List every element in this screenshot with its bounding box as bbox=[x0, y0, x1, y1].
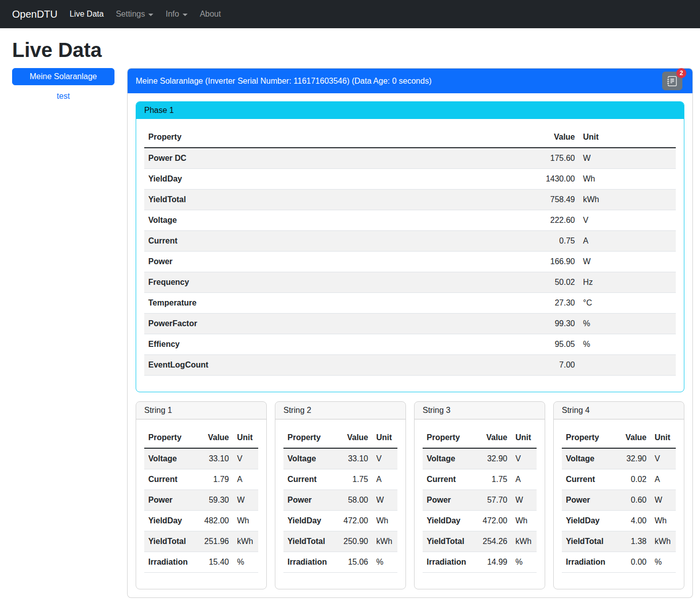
unit-cell: % bbox=[233, 552, 258, 573]
value-cell: 15.40 bbox=[197, 552, 233, 573]
column-header-property: Property bbox=[144, 428, 197, 448]
value-cell: 1.79 bbox=[197, 469, 233, 490]
value-cell: 472.00 bbox=[475, 511, 511, 531]
string-title: String 3 bbox=[415, 402, 545, 419]
unit-cell: Wh bbox=[511, 511, 537, 531]
property-cell: Irradiation bbox=[283, 552, 336, 573]
property-cell: YieldTotal bbox=[423, 531, 475, 552]
table-row: Power58.00W bbox=[283, 490, 397, 511]
string-card-body: PropertyValueUnitVoltage33.10VCurrent1.7… bbox=[275, 419, 405, 589]
table-row: Power59.30W bbox=[144, 490, 258, 511]
column-header-value: Value bbox=[197, 428, 233, 448]
table-row: Voltage222.60V bbox=[144, 210, 676, 231]
inverter-card-title: Meine Solaranlage (Inverter Serial Numbe… bbox=[136, 77, 432, 86]
eventlog-count-badge: 2 bbox=[676, 68, 686, 78]
property-cell: Irradiation bbox=[144, 552, 197, 573]
property-cell: Power bbox=[144, 252, 522, 272]
table-row: YieldDay472.00Wh bbox=[423, 511, 537, 531]
string-title: String 2 bbox=[275, 402, 405, 419]
column-header-property: Property bbox=[562, 428, 614, 448]
table-row: YieldTotal1.38kWh bbox=[562, 531, 676, 552]
unit-cell: A bbox=[372, 469, 397, 490]
nav-item-about-label: About bbox=[200, 10, 221, 19]
property-cell: Irradiation bbox=[562, 552, 614, 573]
table-row: Voltage33.10V bbox=[283, 448, 397, 469]
column-header-value: Value bbox=[475, 428, 511, 448]
property-cell: Voltage bbox=[423, 448, 475, 469]
value-cell: 482.00 bbox=[197, 511, 233, 531]
column-header-property: Property bbox=[423, 428, 475, 448]
property-cell: YieldTotal bbox=[562, 531, 614, 552]
string-table: PropertyValueUnitVoltage32.90VCurrent1.7… bbox=[423, 428, 537, 573]
column-header-unit: Unit bbox=[651, 428, 676, 448]
string-card-1: String 1PropertyValueUnitVoltage33.10VCu… bbox=[136, 401, 267, 589]
table-row: Irradiation0.00% bbox=[562, 552, 676, 573]
table-row: EventLogCount7.00 bbox=[144, 355, 676, 376]
inverter-sidebar: Meine Solaranlage test bbox=[12, 68, 114, 105]
property-cell: EventLogCount bbox=[144, 355, 522, 376]
table-row: Effiency95.05% bbox=[144, 334, 676, 355]
journal-text-icon bbox=[667, 76, 677, 86]
value-cell: 7.00 bbox=[522, 355, 579, 376]
value-cell: 50.02 bbox=[522, 272, 579, 293]
unit-cell: kWh bbox=[233, 531, 258, 552]
property-cell: PowerFactor bbox=[144, 314, 522, 334]
value-cell: 27.30 bbox=[522, 293, 579, 314]
table-row: Irradiation15.06% bbox=[283, 552, 397, 573]
value-cell: 250.90 bbox=[336, 531, 372, 552]
navbar-menu: Live Data Settings Info About bbox=[66, 6, 229, 23]
value-cell: 95.05 bbox=[522, 334, 579, 355]
chevron-down-icon bbox=[148, 14, 153, 16]
property-cell: YieldTotal bbox=[144, 531, 197, 552]
column-header-property: Property bbox=[283, 428, 336, 448]
table-row: YieldTotal254.26kWh bbox=[423, 531, 537, 552]
page-container: Live Data Meine Solaranlage test Meine S… bbox=[0, 38, 700, 605]
unit-cell: W bbox=[372, 490, 397, 511]
unit-cell: °C bbox=[579, 293, 676, 314]
nav-item-about[interactable]: About bbox=[196, 6, 225, 23]
property-cell: YieldTotal bbox=[144, 190, 522, 210]
unit-cell: W bbox=[579, 252, 676, 272]
nav-item-settings-label: Settings bbox=[116, 10, 145, 19]
property-cell: YieldDay bbox=[423, 511, 475, 531]
phase-table: PropertyValueUnitPower DC175.60WYieldDay… bbox=[144, 127, 676, 376]
navbar: OpenDTU Live Data Settings Info About bbox=[0, 0, 700, 28]
value-cell: 32.90 bbox=[475, 448, 511, 469]
value-cell: 222.60 bbox=[522, 210, 579, 231]
nav-item-live-data-label: Live Data bbox=[70, 10, 104, 19]
string-table: PropertyValueUnitVoltage33.10VCurrent1.7… bbox=[283, 428, 397, 573]
string-card-2: String 2PropertyValueUnitVoltage33.10VCu… bbox=[275, 401, 406, 589]
column-header-unit: Unit bbox=[511, 428, 537, 448]
column-header-unit: Unit bbox=[372, 428, 397, 448]
string-table: PropertyValueUnitVoltage32.90VCurrent0.0… bbox=[562, 428, 676, 573]
table-header-row: PropertyValueUnit bbox=[144, 428, 258, 448]
value-cell: 58.00 bbox=[336, 490, 372, 511]
property-cell: Current bbox=[423, 469, 475, 490]
value-cell: 0.75 bbox=[522, 231, 579, 252]
unit-cell: V bbox=[233, 448, 258, 469]
phase-card: Phase 1 PropertyValueUnitPower DC175.60W… bbox=[136, 101, 684, 392]
value-cell: 4.00 bbox=[614, 511, 651, 531]
table-row: YieldDay482.00Wh bbox=[144, 511, 258, 531]
table-row: Current1.75A bbox=[283, 469, 397, 490]
table-row: PowerFactor99.30% bbox=[144, 314, 676, 334]
column-header-value: Value bbox=[522, 127, 579, 148]
nav-item-info[interactable]: Info bbox=[161, 6, 192, 23]
inverter-select-link-test[interactable]: test bbox=[12, 88, 114, 105]
value-cell: 472.00 bbox=[336, 511, 372, 531]
column-header-unit: Unit bbox=[233, 428, 258, 448]
unit-cell: Wh bbox=[579, 169, 676, 190]
unit-cell: A bbox=[651, 469, 676, 490]
inverter-select-button-meine-solaranlage[interactable]: Meine Solaranlage bbox=[12, 68, 114, 85]
property-cell: Current bbox=[283, 469, 336, 490]
nav-item-live-data[interactable]: Live Data bbox=[66, 6, 108, 23]
nav-item-settings[interactable]: Settings bbox=[112, 6, 158, 23]
value-cell: 32.90 bbox=[614, 448, 651, 469]
navbar-brand[interactable]: OpenDTU bbox=[12, 9, 57, 20]
eventlog-button[interactable]: 2 bbox=[662, 72, 682, 90]
table-row: YieldDay1430.00Wh bbox=[144, 169, 676, 190]
value-cell: 1.75 bbox=[336, 469, 372, 490]
value-cell: 1.75 bbox=[475, 469, 511, 490]
column-header-value: Value bbox=[336, 428, 372, 448]
table-row: Power DC175.60W bbox=[144, 148, 676, 169]
